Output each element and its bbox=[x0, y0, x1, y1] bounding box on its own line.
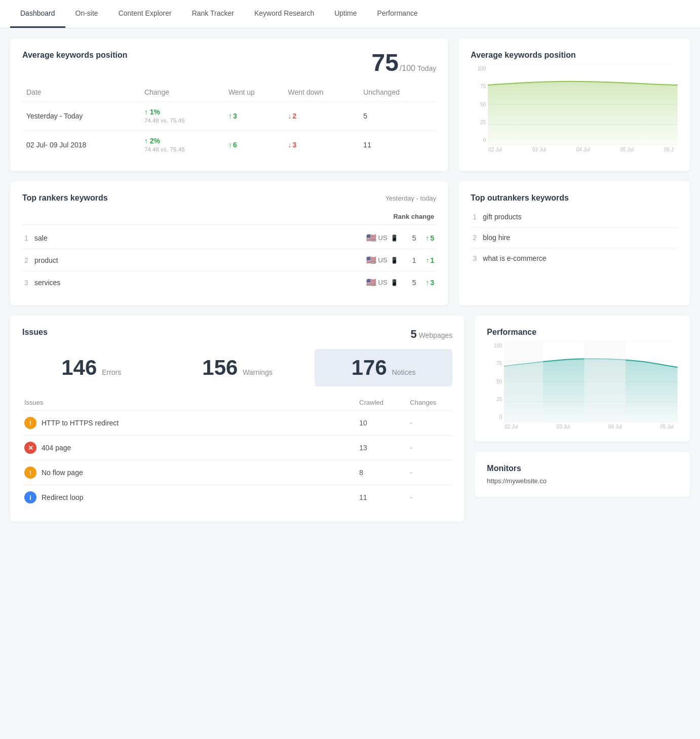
issue-crawled-1: 10 bbox=[359, 419, 410, 427]
row2-went-up: ↑6 bbox=[224, 131, 284, 160]
nav-onsite[interactable]: On-site bbox=[65, 0, 108, 28]
issue-changes-2: - bbox=[410, 444, 450, 452]
ranker-row-1: 1 sale 🇺🇸 US 📱 5 ↑5 bbox=[22, 227, 436, 249]
row2-change: ↑ 2%74.48 vs. 75.45 bbox=[140, 131, 224, 160]
avg-keywords-table: Date Change Went up Went down Unchanged … bbox=[22, 83, 436, 159]
webpages-badge: 5 Webpages bbox=[411, 328, 453, 341]
issue-row-4: i Redirect loop 11 - bbox=[22, 485, 452, 510]
outranker-item-2: 2 blog hire bbox=[471, 227, 678, 248]
row2-went-down: ↓3 bbox=[284, 131, 360, 160]
warning-icon-1: ! bbox=[24, 417, 36, 429]
nav-performance[interactable]: Performance bbox=[367, 0, 428, 28]
col-change: Change bbox=[140, 83, 224, 102]
avg-keywords-header: Average keywords position 75/100Today bbox=[22, 51, 436, 75]
rank-value-3: 5 bbox=[407, 279, 422, 287]
keywords-chart-svg bbox=[471, 64, 678, 145]
ranker-num-1: 1 bbox=[24, 234, 34, 242]
rank-block-3: 5 ↑3 bbox=[407, 279, 435, 287]
performance-chart-svg bbox=[487, 341, 678, 422]
warnings-label: Warnings bbox=[243, 368, 273, 376]
issue-crawled-4: 11 bbox=[359, 493, 410, 501]
issues-header: Issues 5 Webpages bbox=[22, 328, 452, 341]
ranker-country-3: 🇺🇸 US 📱 bbox=[366, 278, 407, 287]
col-changes: Changes bbox=[410, 399, 450, 406]
top-rankers-card: Top rankers keywords Yesterday - today R… bbox=[10, 181, 448, 305]
page-content: Average keywords position 75/100Today Da… bbox=[0, 28, 700, 542]
top-rankers-period: Yesterday - today bbox=[385, 195, 437, 202]
row1-unchanged: 5 bbox=[359, 102, 436, 131]
nav-uptime[interactable]: Uptime bbox=[324, 0, 367, 28]
navigation: Dashboard On-site Content Explorer Rank … bbox=[0, 0, 700, 28]
ranker-name-2: product bbox=[34, 256, 366, 264]
error-icon-2: ✕ bbox=[24, 442, 36, 454]
warnings-stat: 156 Warnings bbox=[168, 349, 306, 386]
ranker-country-2: 🇺🇸 US 📱 bbox=[366, 255, 407, 265]
issue-crawled-3: 8 bbox=[359, 469, 410, 477]
issues-card: Issues 5 Webpages 146 Errors 156 Warning… bbox=[10, 316, 464, 522]
col-crawled: Crawled bbox=[359, 399, 410, 406]
ranker-name-1: sale bbox=[34, 234, 366, 242]
row1-went-up: ↑3 bbox=[224, 102, 284, 131]
ranker-num-2: 2 bbox=[24, 256, 34, 264]
issue-row-3: ! No flow page 8 - bbox=[22, 460, 452, 485]
notices-label: Notices bbox=[392, 368, 416, 376]
nav-rank-tracker[interactable]: Rank Tracker bbox=[182, 0, 244, 28]
issue-name-3: No flow page bbox=[42, 469, 359, 477]
issue-changes-4: - bbox=[410, 493, 450, 501]
issue-crawled-2: 13 bbox=[359, 444, 410, 452]
outranker-item-1: 1 gift products bbox=[471, 207, 678, 227]
nav-content-explorer[interactable]: Content Explorer bbox=[108, 0, 182, 28]
issue-name-1: HTTP to HTTPS redirect bbox=[42, 419, 359, 427]
avg-keywords-chart-card: Average keywords position 100 75 50 25 0 bbox=[458, 38, 690, 171]
arrow-up-icon-3: ↑ bbox=[426, 279, 430, 287]
arrow-up-icon: ↑ bbox=[426, 234, 430, 242]
notices-stat[interactable]: 176 Notices bbox=[315, 349, 452, 386]
svg-rect-13 bbox=[585, 341, 626, 422]
issue-row-1: ! HTTP to HTTPS redirect 10 - bbox=[22, 411, 452, 436]
row-issues: Issues 5 Webpages 146 Errors 156 Warning… bbox=[10, 316, 690, 522]
avg-keywords-chart: 100 75 50 25 0 bbox=[471, 64, 678, 145]
issue-table-header: Issues Crawled Changes bbox=[22, 395, 452, 411]
col-went-up: Went up bbox=[224, 83, 284, 102]
svg-rect-12 bbox=[504, 341, 543, 422]
rank-block-2: 1 ↑1 bbox=[407, 256, 435, 264]
row2-date: 02 Jul- 09 Jul 2018 bbox=[22, 131, 140, 160]
ranker-num-3: 3 bbox=[24, 279, 34, 287]
performance-card: Performance 100 75 50 25 0 bbox=[475, 316, 690, 442]
col-date: Date bbox=[22, 83, 140, 102]
flag-icon-1: 🇺🇸 bbox=[366, 233, 376, 243]
row1-change: ↑ 1%74.48 vs. 75.45 bbox=[140, 102, 224, 131]
nav-dashboard[interactable]: Dashboard bbox=[10, 0, 65, 28]
rank-change-header: Rank change bbox=[22, 209, 436, 225]
notices-num: 176 bbox=[352, 356, 387, 379]
country-label-3: US bbox=[378, 279, 387, 286]
performance-title: Performance bbox=[487, 328, 678, 337]
side-column: Performance 100 75 50 25 0 bbox=[475, 316, 690, 522]
table-row: Yesterday - Today ↑ 1%74.48 vs. 75.45 ↑3… bbox=[22, 102, 436, 131]
ranker-country-1: 🇺🇸 US 📱 bbox=[366, 233, 407, 243]
top-rankers-title: Top rankers keywords bbox=[22, 193, 108, 203]
ranker-row-3: 3 services 🇺🇸 US 📱 5 ↑3 bbox=[22, 271, 436, 293]
issues-title: Issues bbox=[22, 328, 48, 337]
monitor-url: https://mywebsite.co bbox=[487, 477, 678, 485]
country-label-1: US bbox=[378, 234, 387, 242]
rank-change-3: ↑3 bbox=[426, 279, 435, 287]
avg-keywords-chart-title: Average keywords position bbox=[471, 51, 678, 60]
errors-num: 146 bbox=[61, 356, 97, 379]
issues-summary: 146 Errors 156 Warnings 176 Notices bbox=[22, 349, 452, 386]
warnings-num: 156 bbox=[202, 356, 238, 379]
top-rankers-header: Top rankers keywords Yesterday - today bbox=[22, 193, 436, 203]
monitors-title: Monitors bbox=[487, 464, 678, 473]
rank-value-1: 5 bbox=[407, 234, 422, 242]
row1-went-down: ↓2 bbox=[284, 102, 360, 131]
device-icon-2: 📱 bbox=[391, 257, 398, 264]
outranker-list: 1 gift products 2 blog hire 3 what is e-… bbox=[471, 203, 678, 273]
nav-keyword-research[interactable]: Keyword Research bbox=[244, 0, 324, 28]
flag-icon-2: 🇺🇸 bbox=[366, 255, 376, 265]
device-icon-3: 📱 bbox=[391, 279, 398, 286]
issue-changes-1: - bbox=[410, 419, 450, 427]
avg-keywords-title: Average keywords position bbox=[22, 51, 127, 60]
x-axis-labels: 02 Jul 03 Jul 04 Jul 05 Jul 06 J bbox=[471, 145, 678, 152]
issue-row-2: ✕ 404 page 13 - bbox=[22, 436, 452, 460]
col-issues: Issues bbox=[24, 399, 359, 406]
